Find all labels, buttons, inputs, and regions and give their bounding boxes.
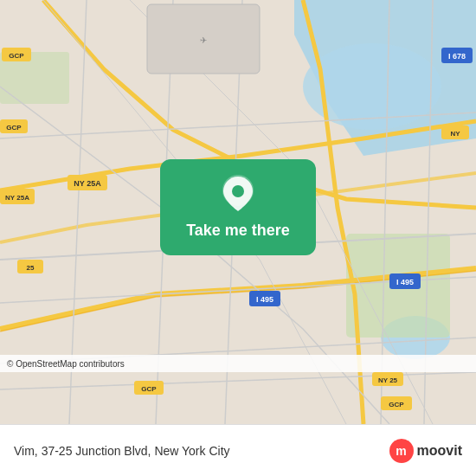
moovit-brand-name: moovit	[417, 443, 462, 459]
svg-text:✈: ✈	[200, 35, 207, 45]
svg-text:I 495: I 495	[256, 295, 273, 304]
moovit-logo: m moovit	[389, 439, 462, 463]
svg-text:I 678: I 678	[448, 52, 466, 61]
cta-label: Take me there	[186, 222, 290, 240]
svg-text:GCP: GCP	[6, 124, 22, 132]
info-bar: Vim, 37-25 Junction Blvd, New York City …	[0, 424, 476, 476]
svg-text:NY 25A: NY 25A	[5, 194, 29, 202]
attribution-text: © OpenStreetMap contributors	[7, 359, 125, 369]
svg-text:25: 25	[27, 264, 35, 272]
svg-text:GCP: GCP	[389, 401, 404, 408]
svg-text:NY 25A: NY 25A	[74, 179, 101, 188]
cta-button[interactable]: Take me there	[160, 159, 316, 255]
svg-text:I 495: I 495	[396, 278, 414, 286]
svg-text:NY 25: NY 25	[378, 376, 398, 384]
moovit-icon: m	[389, 439, 414, 463]
svg-text:GCP: GCP	[9, 52, 24, 60]
location-pin-icon	[219, 175, 257, 213]
location-label: Vim, 37-25 Junction Blvd, New York City	[14, 444, 230, 458]
map-container: NY 25A 25 NY 25 I 495 I 495 I 678 GCP NY…	[0, 0, 476, 424]
svg-text:NY: NY	[450, 130, 460, 138]
moovit-letter: m	[396, 444, 406, 458]
svg-point-33	[232, 185, 244, 197]
attribution-bar: © OpenStreetMap contributors	[0, 355, 476, 372]
svg-text:GCP: GCP	[141, 385, 157, 393]
